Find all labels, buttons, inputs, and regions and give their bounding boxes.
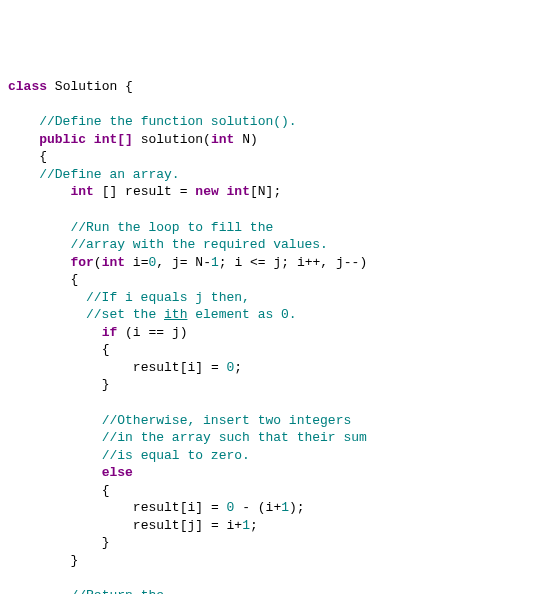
bracket-close: ] [195, 518, 203, 533]
paren-open: ( [125, 325, 133, 340]
comment-else-2: //in the array such that their sum [102, 430, 367, 445]
keyword-if: if [102, 325, 118, 340]
space [117, 79, 125, 94]
keyword-int: int [70, 184, 93, 199]
brace-close: } [102, 535, 110, 550]
identifier-solution-class: Solution [55, 79, 117, 94]
number-one: 1 [281, 500, 289, 515]
identifier-result: result [133, 360, 180, 375]
paren-close: ) [250, 132, 258, 147]
identifier-j: j [336, 255, 344, 270]
op-assign: = [211, 500, 219, 515]
number-one: 1 [242, 518, 250, 533]
identifier-j: j [172, 325, 180, 340]
comment-return-1: //Return the [70, 588, 164, 594]
comment-define-array: //Define an array. [39, 167, 179, 182]
semicolon: ; [273, 184, 281, 199]
keyword-int: int [211, 132, 234, 147]
comma: , [320, 255, 328, 270]
identifier-n: N [258, 184, 266, 199]
paren-close: ) [180, 325, 188, 340]
space [94, 184, 102, 199]
space [250, 500, 258, 515]
space [117, 184, 125, 199]
comment-define-func: //Define the function solution(). [39, 114, 296, 129]
keyword-else: else [102, 465, 133, 480]
keyword-for: for [70, 255, 93, 270]
space [203, 518, 211, 533]
op-assign: = [180, 255, 188, 270]
space [125, 255, 133, 270]
op-assign: = [180, 184, 188, 199]
paren-open: ( [94, 255, 102, 270]
identifier-result: result [125, 184, 172, 199]
brace-close: } [70, 553, 78, 568]
space [164, 325, 172, 340]
brace-close: } [102, 377, 110, 392]
op-assign: = [211, 518, 219, 533]
identifier-i: i [133, 325, 141, 340]
space [219, 500, 227, 515]
space [219, 518, 227, 533]
comma: , [156, 255, 164, 270]
op-le: <= [250, 255, 266, 270]
op-inc: ++ [305, 255, 321, 270]
comment-if-2a: //set the [86, 307, 164, 322]
identifier-n: N [242, 132, 250, 147]
bracket-close: ] [195, 500, 203, 515]
paren-close: ) [359, 255, 367, 270]
brace-open: { [39, 149, 47, 164]
op-minus: - [203, 255, 211, 270]
space [133, 132, 141, 147]
space [164, 255, 172, 270]
identifier-n: N [195, 255, 203, 270]
paren-open: ( [203, 132, 211, 147]
space [203, 360, 211, 375]
space [219, 184, 227, 199]
semicolon: ; [297, 500, 305, 515]
semicolon: ; [250, 518, 258, 533]
comment-loop-2: //array with the required values. [70, 237, 327, 252]
brace-open: { [125, 79, 133, 94]
keyword-int: int [227, 184, 250, 199]
space [219, 360, 227, 375]
keyword-int: int [102, 255, 125, 270]
semicolon: ; [281, 255, 289, 270]
keyword-class: class [8, 79, 47, 94]
bracket-close: ] [195, 360, 203, 375]
identifier-j: j [172, 255, 180, 270]
space [242, 255, 250, 270]
op-eqeq: == [148, 325, 164, 340]
identifier-result: result [133, 500, 180, 515]
space [86, 132, 94, 147]
semicolon: ; [219, 255, 227, 270]
identifier-i: i [297, 255, 305, 270]
space [203, 500, 211, 515]
comment-else-1: //Otherwise, insert two integers [102, 413, 352, 428]
identifier-i: i [133, 255, 141, 270]
space [47, 79, 55, 94]
semicolon: ; [234, 360, 242, 375]
op-dec: -- [344, 255, 360, 270]
keyword-new: new [195, 184, 218, 199]
paren-close: ) [289, 500, 297, 515]
op-plus: + [234, 518, 242, 533]
brace-open: { [70, 272, 78, 287]
identifier-solution-fn: solution [141, 132, 203, 147]
comment-ith: ith [164, 307, 187, 322]
bracket-open: [ [250, 184, 258, 199]
keyword-public: public [39, 132, 86, 147]
brace-open: { [102, 483, 110, 498]
space [172, 184, 180, 199]
op-minus: - [242, 500, 250, 515]
brace-open: { [102, 342, 110, 357]
space [117, 325, 125, 340]
identifier-result: result [133, 518, 180, 533]
comment-else-3: //is equal to zero. [102, 448, 250, 463]
comment-if-2b: element as 0. [187, 307, 296, 322]
space [234, 500, 242, 515]
space [328, 255, 336, 270]
number-one: 1 [211, 255, 219, 270]
space [234, 132, 242, 147]
comment-if-1: //If i equals j then, [86, 290, 250, 305]
